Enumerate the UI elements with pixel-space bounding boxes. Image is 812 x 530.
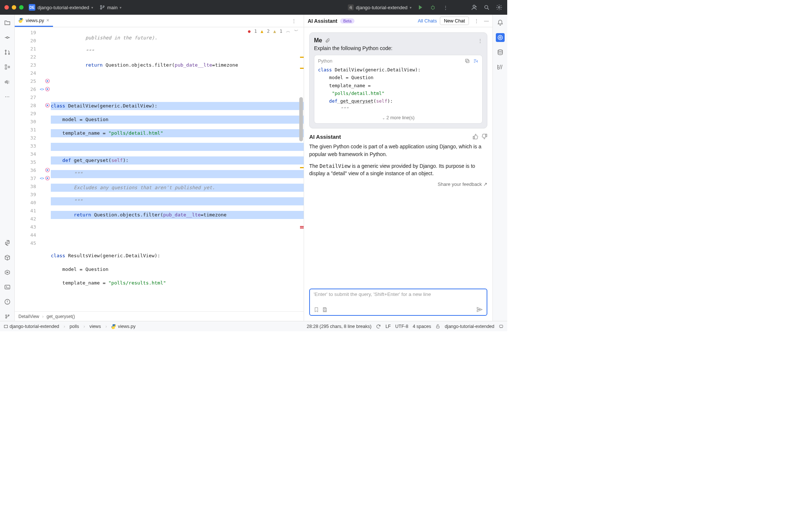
tab-options-icon[interactable]: ⋮ [292,18,296,24]
code-editor[interactable]: 19 20 21 22 23 24 25 26<> 27 28 29 30 31… [15,27,304,311]
status-line-ending[interactable]: LF [385,324,391,329]
chat-input[interactable] [314,292,483,306]
editor-breadcrumbs[interactable]: DetailView › get_queryset() [15,311,304,321]
svg-point-6 [498,7,500,8]
status-nav[interactable]: django-tutorial-extended [4,324,59,329]
pull-requests-icon[interactable] [3,48,12,57]
database-icon[interactable] [496,48,505,57]
svg-point-20 [8,315,9,316]
left-tool-strip: dj: ⋯ [0,15,15,321]
status-indent[interactable]: 4 spaces [413,324,431,329]
send-icon[interactable] [476,306,483,313]
status-bar: django-tutorial-extended ›polls ›views ›… [0,321,507,331]
insert-snippet-icon[interactable] [473,58,479,64]
status-nav-file[interactable]: views.py [111,324,135,329]
endpoints-icon[interactable] [496,63,505,71]
vcs-icon[interactable] [3,312,12,321]
breadcrumb-class[interactable]: DetailView [18,314,39,319]
run-gutter-icon[interactable] [39,103,50,108]
new-chat-button[interactable]: New Chat [440,17,469,25]
line-gutter: 19 20 21 22 23 24 25 26<> 27 28 29 30 31… [15,27,51,311]
chat-input-box[interactable] [309,289,487,316]
notifications-icon[interactable] [496,18,505,27]
user-label: Me [314,37,322,44]
django-structure-icon[interactable]: dj: [3,77,12,86]
chevron-down-icon[interactable]: ﹀ [294,28,299,34]
attachment-icon[interactable] [325,38,330,43]
diff-marker-icon[interactable]: <> [40,176,44,180]
run-gutter-icon[interactable] [39,78,50,84]
code-with-me-icon[interactable] [470,4,478,11]
status-sync-icon[interactable] [376,324,381,329]
chevron-up-icon[interactable]: ︿ [286,28,290,34]
settings-icon[interactable] [495,4,503,11]
code-text[interactable]: published in the future). """ return Que… [51,27,304,311]
all-chats-link[interactable]: All Chats [418,18,437,24]
marker-strip[interactable] [299,27,304,299]
services-icon[interactable] [3,268,12,277]
svg-point-1 [100,8,102,10]
status-run-widget-icon[interactable] [499,324,504,329]
more-icon[interactable]: ⋮ [442,4,449,11]
terminal-icon[interactable] [3,283,12,292]
diff-marker-icon[interactable]: <> [40,87,44,91]
svg-rect-34 [437,326,439,328]
share-feedback-link[interactable]: Share your feedback↗ [309,181,487,187]
python-packages-icon[interactable] [3,253,12,262]
message-more-icon[interactable]: ⋮ [478,38,483,43]
problems-icon[interactable] [3,297,12,306]
project-tool-icon[interactable] [3,18,12,27]
user-message-text: Explain the following Python code: [314,45,483,51]
svg-point-9 [5,53,6,54]
python-console-icon[interactable] [3,239,12,247]
status-encoding[interactable]: UTF-8 [395,324,408,329]
chevron-down-icon: ▾ [410,6,412,10]
run-gutter-icon[interactable] [39,167,50,173]
panel-minimize-icon[interactable]: — [484,18,489,24]
ai-assistant-tool-icon[interactable] [496,33,505,42]
svg-rect-13 [8,66,10,68]
thumbs-up-icon[interactable] [473,134,479,139]
more-tools-icon[interactable]: ⋯ [3,92,12,101]
problems-widget[interactable]: ●1 ▲2 ▲1 ︿ ﹀ [248,28,299,34]
thumbs-down-icon[interactable] [481,134,487,139]
warning-count: 2 [267,29,269,34]
project-name: django-tutorial-extended [38,5,89,10]
run-config-name: django-tutorial-extended [356,5,407,10]
svg-point-0 [100,6,102,7]
status-lock-icon[interactable] [435,324,440,329]
commit-icon[interactable] [3,33,12,42]
minimize-window[interactable] [12,5,16,10]
svg-point-10 [8,53,10,54]
file-tab-views[interactable]: views.py × [15,15,53,27]
breadcrumb-method[interactable]: get_queryset() [46,314,75,319]
save-icon[interactable] [322,307,328,312]
git-branch-selector[interactable]: main ▾ [100,5,121,10]
svg-point-5 [484,5,488,8]
zoom-window[interactable] [19,5,24,10]
run-config-selector[interactable]: dj django-tutorial-extended ▾ [348,4,412,10]
external-link-icon: ↗ [483,181,487,187]
error-icon: ● [248,29,251,34]
search-icon[interactable] [483,4,490,11]
run-button[interactable] [417,4,424,11]
svg-rect-27 [466,59,469,62]
status-nav[interactable]: polls [70,324,79,329]
debug-button[interactable] [429,4,437,11]
panel-more-icon[interactable]: ⋮ [474,18,479,24]
status-interpreter[interactable]: django-tutorial-extended [445,324,494,329]
ai-chat-body: Me ⋮ Explain the following Python code: … [304,27,493,285]
status-position[interactable]: 28:28 (295 chars, 8 line breaks) [307,324,371,329]
bookmark-icon[interactable] [314,307,319,312]
structure-icon[interactable] [3,63,12,71]
project-selector[interactable]: DE django-tutorial-extended ▾ [29,4,93,11]
copy-snippet-icon[interactable] [465,58,470,64]
assistant-paragraph: The given Python code is part of a web a… [309,143,487,158]
status-nav[interactable]: views [89,324,101,329]
chevron-down-icon: ▾ [91,6,93,10]
expand-snippet[interactable]: ⌄2 more line(s) [318,113,479,120]
branch-name: main [107,5,117,10]
close-window[interactable] [4,5,9,10]
chevron-down-icon: ▾ [120,6,121,10]
close-tab-icon[interactable]: × [46,17,49,23]
